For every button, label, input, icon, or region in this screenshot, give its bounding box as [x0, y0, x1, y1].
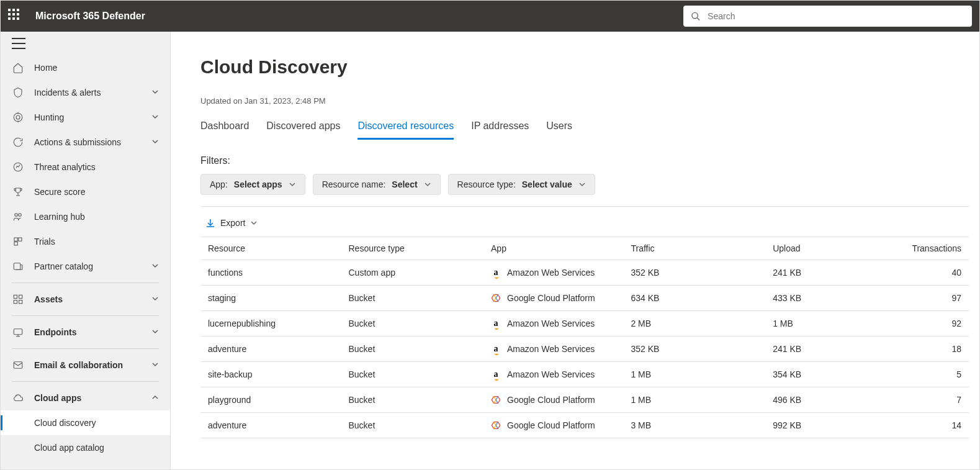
col-app[interactable]: App [483, 237, 623, 260]
chevron-down-icon [151, 88, 159, 97]
table-header-row: Resource Resource type App Traffic Uploa… [200, 237, 969, 260]
trophy-icon [12, 186, 24, 198]
table-row[interactable]: lucernepublishingBucketaAmazon Web Servi… [200, 311, 969, 337]
page-title: Cloud Discovery [200, 56, 979, 78]
table-row[interactable]: stagingBucketGoogle Cloud Platform634 KB… [200, 286, 969, 311]
cell-transactions: 40 [904, 260, 969, 286]
app-launcher-icon[interactable] [8, 9, 23, 24]
filter-app[interactable]: App: Select apps [200, 174, 305, 195]
cell-traffic: 1 MB [623, 387, 765, 413]
aws-icon: a [491, 319, 501, 328]
filter-resource-name[interactable]: Resource name: Select [313, 174, 441, 195]
sidebar-item-learning-hub[interactable]: Learning hub [1, 204, 170, 229]
tab-ip-addresses[interactable]: IP addresses [471, 120, 529, 140]
cell-transactions: 18 [904, 337, 969, 362]
table-row[interactable]: functionsCustom appaAmazon Web Services3… [200, 260, 969, 286]
svg-point-3 [16, 115, 20, 119]
aws-icon: a [491, 344, 501, 354]
analytics-icon [12, 161, 24, 173]
top-bar: Microsoft 365 Defender [1, 1, 979, 32]
svg-rect-14 [14, 263, 20, 270]
cell-resource-type: Custom app [341, 260, 483, 286]
sidebar-group-cloud-apps[interactable]: Cloud apps [1, 386, 170, 410]
cell-resource-type: Bucket [341, 337, 483, 362]
svg-rect-11 [14, 238, 17, 241]
cell-app: Google Cloud Platform [483, 387, 623, 413]
gcp-icon [491, 395, 501, 405]
sidebar-item-hunting[interactable]: Hunting [1, 105, 170, 130]
sidebar-item-partner-catalog[interactable]: Partner catalog [1, 254, 170, 279]
chevron-down-icon [578, 181, 586, 188]
sidebar-item-actions[interactable]: Actions & submissions [1, 130, 170, 155]
sidebar-item-label: Incidents & alerts [34, 88, 101, 97]
sidebar-item-label: Secure score [34, 187, 85, 197]
svg-rect-13 [14, 242, 17, 245]
tab-discovered-apps[interactable]: Discovered apps [266, 120, 340, 140]
col-upload[interactable]: Upload [765, 237, 904, 260]
updated-timestamp: Updated on Jan 31, 2023, 2:48 PM [200, 96, 979, 106]
aws-icon: a [491, 369, 501, 379]
sidebar-item-label: Email & collaboration [34, 360, 123, 370]
partner-icon [12, 260, 24, 273]
nav-separator [12, 315, 159, 316]
sidebar-group-endpoints[interactable]: Endpoints [1, 320, 170, 345]
col-resource[interactable]: Resource [200, 237, 341, 260]
chevron-down-icon [250, 219, 258, 227]
sidebar-item-threat-analytics[interactable]: Threat analytics [1, 155, 170, 179]
download-icon [205, 218, 215, 228]
trials-icon [12, 235, 24, 248]
cell-resource: playground [200, 387, 341, 413]
sidebar-item-cloud-app-catalog[interactable]: Cloud app catalog [1, 435, 170, 460]
table-row[interactable]: site-backupBucketaAmazon Web Services1 M… [200, 362, 969, 387]
nav-separator [12, 282, 159, 283]
cell-traffic: 352 KB [623, 337, 765, 362]
sidebar-group-assets[interactable]: Assets [1, 287, 170, 312]
cell-upload: 992 KB [765, 413, 904, 438]
cell-traffic: 352 KB [623, 260, 765, 286]
cell-transactions: 14 [904, 413, 969, 438]
tab-dashboard[interactable]: Dashboard [200, 120, 249, 140]
hamburger-icon[interactable] [12, 38, 25, 49]
cell-transactions: 7 [904, 387, 969, 413]
cell-transactions: 5 [904, 362, 969, 387]
export-button[interactable]: Export [200, 214, 979, 237]
cell-traffic: 1 MB [623, 362, 765, 387]
tab-users[interactable]: Users [546, 120, 572, 140]
table-row[interactable]: adventureBucketGoogle Cloud Platform3 MB… [200, 413, 969, 438]
svg-point-10 [19, 214, 22, 217]
col-resource-type[interactable]: Resource type [341, 237, 483, 260]
chevron-down-icon [151, 327, 159, 337]
cell-resource: adventure [200, 413, 341, 438]
chevron-down-icon [151, 112, 159, 122]
sidebar-item-trials[interactable]: Trials [1, 229, 170, 254]
product-brand: Microsoft 365 Defender [35, 11, 145, 22]
cell-resource-type: Bucket [341, 362, 483, 387]
col-transactions[interactable]: Transactions [904, 237, 969, 260]
filter-resource-type[interactable]: Resource type: Select value [448, 174, 595, 195]
sidebar-item-cloud-discovery[interactable]: Cloud discovery [1, 410, 170, 435]
sidebar-group-email[interactable]: Email & collaboration [1, 353, 170, 377]
search-input[interactable] [706, 11, 964, 22]
cell-upload: 496 KB [765, 387, 904, 413]
cell-upload: 354 KB [765, 362, 904, 387]
chevron-down-icon [424, 181, 431, 188]
table-row[interactable]: playgroundBucketGoogle Cloud Platform1 M… [200, 387, 969, 413]
cell-app: aAmazon Web Services [483, 260, 623, 286]
sidebar-item-secure-score[interactable]: Secure score [1, 179, 170, 204]
cell-resource-type: Bucket [341, 387, 483, 413]
mail-icon [12, 359, 24, 371]
table-row[interactable]: adventureBucketaAmazon Web Services352 K… [200, 337, 969, 362]
actions-icon [12, 136, 24, 148]
cell-resource-type: Bucket [341, 286, 483, 311]
sidebar-item-incidents[interactable]: Incidents & alerts [1, 80, 170, 105]
cell-upload: 433 KB [765, 286, 904, 311]
sidebar-item-home[interactable]: Home [1, 55, 170, 80]
hunting-icon [12, 111, 24, 124]
aws-icon: a [491, 268, 501, 278]
resources-table: Resource Resource type App Traffic Uploa… [200, 237, 969, 438]
col-traffic[interactable]: Traffic [623, 237, 765, 260]
cell-upload: 1 MB [765, 311, 904, 337]
tab-discovered-resources[interactable]: Discovered resources [357, 120, 454, 140]
search-box[interactable] [683, 6, 972, 27]
svg-rect-16 [19, 295, 22, 298]
